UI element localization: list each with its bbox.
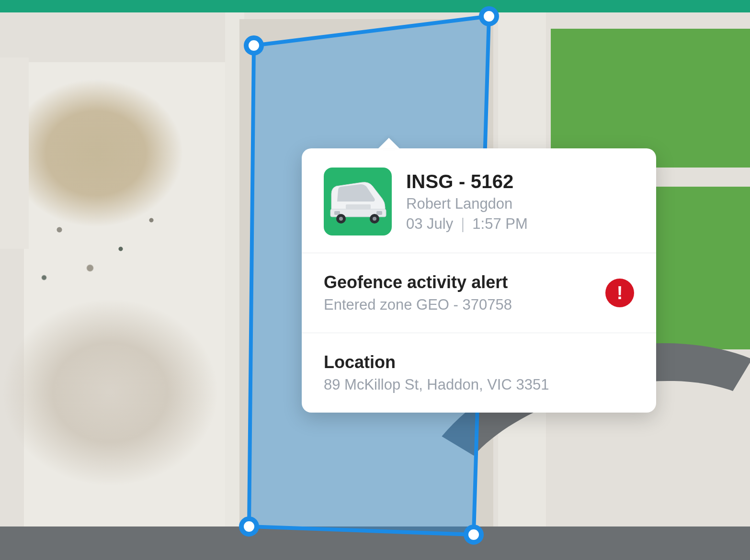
event-datetime: 03 July|1:57 PM: [406, 215, 528, 233]
event-date: 03 July: [406, 215, 453, 232]
svg-point-7: [373, 217, 376, 221]
datetime-separator: |: [461, 215, 465, 233]
alert-title: Geofence activity alert: [324, 272, 512, 292]
popup-header: INSG - 5162 Robert Langdon 03 July|1:57 …: [302, 148, 656, 253]
driver-name: Robert Langdon: [406, 195, 528, 213]
alert-subtitle: Entered zone GEO - 370758: [324, 296, 512, 314]
geofence-alert-section: Geofence activity alert Entered zone GEO…: [302, 253, 656, 333]
vehicle-id: INSG - 5162: [406, 171, 528, 192]
truck-icon: [329, 179, 387, 224]
location-address: 89 McKillop St, Haddon, VIC 3351: [324, 376, 634, 393]
map-stage: INSG - 5162 Robert Langdon 03 July|1:57 …: [0, 0, 750, 560]
svg-point-5: [339, 217, 343, 221]
location-section: Location 89 McKillop St, Haddon, VIC 335…: [302, 333, 656, 413]
location-title: Location: [324, 352, 634, 372]
vehicle-info-popup: INSG - 5162 Robert Langdon 03 July|1:57 …: [302, 148, 656, 413]
vehicle-avatar: [324, 168, 392, 235]
svg-rect-3: [346, 204, 371, 209]
alert-exclamation-icon: !: [605, 279, 634, 307]
svg-rect-2: [376, 211, 382, 215]
event-time: 1:57 PM: [472, 215, 527, 232]
